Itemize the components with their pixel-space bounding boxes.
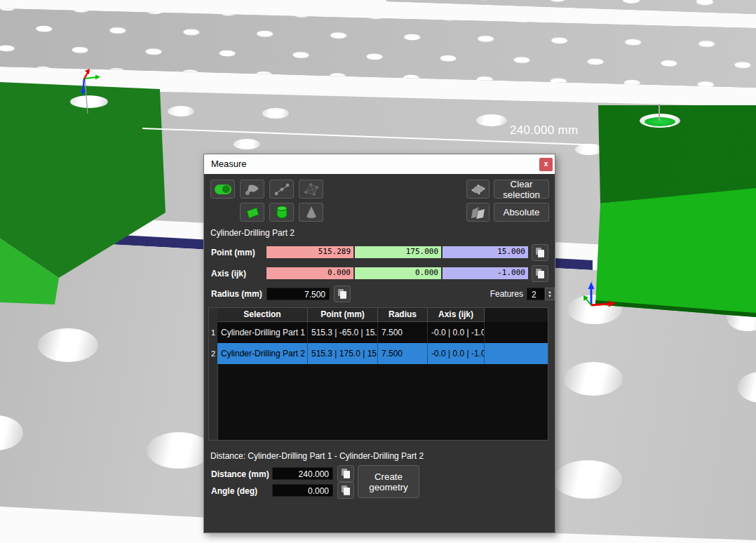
table-hole — [234, 139, 260, 149]
copy-point-button[interactable] — [532, 244, 548, 261]
distance-summary: Distance: Cylinder-Drilling Part 1 - Cyl… — [210, 451, 424, 461]
row1-number: 1 — [209, 322, 217, 343]
table-bore — [147, 432, 211, 469]
copy-icon — [342, 485, 351, 495]
cone-tool-button[interactable] — [299, 203, 323, 222]
current-selection-label: Cylinder-Drilling Part 2 — [210, 228, 295, 238]
point-y-field[interactable]: 175.000 — [355, 246, 441, 258]
sector-icon — [244, 182, 261, 196]
angle-label: Angle (deg) — [211, 486, 257, 496]
cell-point[interactable]: 515.3 | -65.0 | 15.0 — [308, 322, 378, 343]
axis-j-field[interactable]: 0.000 — [355, 267, 441, 279]
polyline-icon — [274, 182, 290, 196]
part2-pin — [659, 104, 660, 121]
clear-selection-button[interactable]: Clear selection — [494, 180, 549, 199]
table-bore — [38, 328, 98, 362]
features-value[interactable]: 2 — [527, 288, 545, 300]
cylinder-icon — [274, 205, 290, 220]
copy-icon — [342, 469, 351, 478]
table-row-part2-selected[interactable]: Cylinder-Drilling Part 2 515.3 | 175.0 |… — [217, 343, 548, 364]
plane-tool-button[interactable] — [240, 203, 264, 222]
cell-radius[interactable]: 7.500 — [378, 343, 428, 364]
cell-radius[interactable]: 7.500 — [378, 322, 428, 343]
header-radius[interactable]: Radius (mm) — [378, 308, 428, 322]
point-label: Point (mm) — [211, 248, 255, 257]
header-axis[interactable]: Axis (ijk) — [428, 308, 485, 322]
cell-axis[interactable]: -0.0 | 0.0 | -1.0 — [428, 322, 485, 343]
table-row-part1[interactable]: Cylinder-Drilling Part 1 515.3 | -65.0 |… — [217, 322, 548, 343]
radius-label: Radius (mm) — [211, 289, 262, 299]
dialog-title: Measure — [211, 159, 247, 169]
fit-ellipse-icon — [470, 183, 487, 196]
cylinder-tool-button[interactable] — [269, 203, 294, 222]
fit-ellipse-button[interactable] — [466, 180, 490, 199]
row2-number: 2 — [209, 343, 217, 364]
table-hole — [168, 106, 194, 116]
distance-field[interactable]: 240.000 — [272, 467, 333, 480]
plane-icon — [244, 206, 261, 220]
measure-dialog: Measure x — [203, 154, 555, 533]
close-button[interactable]: x — [539, 158, 553, 171]
mesh-icon — [303, 182, 320, 196]
spin-down-icon[interactable]: ▼ — [546, 293, 554, 299]
copy-icon — [536, 269, 545, 279]
cell-selection[interactable]: Cylinder-Drilling Part 2 — [217, 343, 308, 364]
radius-field[interactable]: 7.500 — [266, 288, 330, 300]
selection-table: Selection Point (mm) Radius (mm) Axis (i… — [208, 307, 548, 441]
part2-drilling-hole-selected[interactable] — [644, 117, 675, 126]
axis-i-field[interactable]: 0.000 — [266, 267, 353, 279]
table-hole — [262, 108, 289, 119]
cell-selection[interactable]: Cylinder-Drilling Part 1 — [217, 322, 308, 343]
copy-icon — [536, 248, 545, 257]
angle-field[interactable]: 0.000 — [272, 484, 333, 497]
mesh-tool-button[interactable] — [299, 180, 323, 199]
cone-icon — [303, 205, 320, 220]
absolute-button[interactable]: Absolute — [494, 203, 549, 222]
cell-axis[interactable]: -0.0 | 0.0 | -1.0 — [428, 343, 485, 364]
point-z-field[interactable]: 15.000 — [443, 246, 528, 258]
cell-point[interactable]: 515.3 | 175.0 | 15.0 — [308, 343, 378, 364]
table-bore — [553, 460, 622, 499]
axis-label: Axis (ijk) — [211, 269, 246, 279]
create-geometry-button[interactable]: Create geometry — [358, 465, 419, 498]
sector-tool-button[interactable] — [240, 180, 264, 199]
measure-toggle-button[interactable] — [210, 180, 235, 199]
planes-icon — [470, 206, 487, 220]
copy-icon — [338, 289, 347, 299]
table-header-row: Selection Point (mm) Radius (mm) Axis (i… — [217, 308, 548, 322]
point-x-field[interactable]: 515.289 — [266, 246, 353, 258]
header-selection[interactable]: Selection — [217, 308, 308, 322]
features-spinner[interactable]: ▲ ▼ — [545, 288, 555, 300]
table-bore — [564, 362, 623, 396]
axis-k-field[interactable]: -1.000 — [443, 267, 528, 279]
copy-axis-button[interactable] — [532, 265, 548, 282]
copy-distance-button[interactable] — [337, 465, 354, 482]
planes-button[interactable] — [466, 203, 490, 222]
distance-label: Distance (mm) — [211, 469, 269, 479]
axis-triad-part2-icon — [576, 275, 621, 311]
toggle-on-icon — [215, 185, 231, 194]
header-point[interactable]: Point (mm) — [308, 308, 378, 322]
viewport-3d[interactable]: 240.000 mm Measure x — [0, 0, 756, 543]
polyline-tool-button[interactable] — [269, 180, 294, 199]
axis-triad-part1-icon — [70, 63, 119, 123]
table-hole — [476, 114, 507, 126]
copy-angle-button[interactable] — [337, 482, 354, 499]
copy-radius-button[interactable] — [334, 286, 351, 302]
dialog-titlebar[interactable]: Measure x — [204, 154, 555, 174]
measurement-label: 240.000 mm — [510, 123, 579, 138]
features-label: Features — [485, 289, 523, 299]
